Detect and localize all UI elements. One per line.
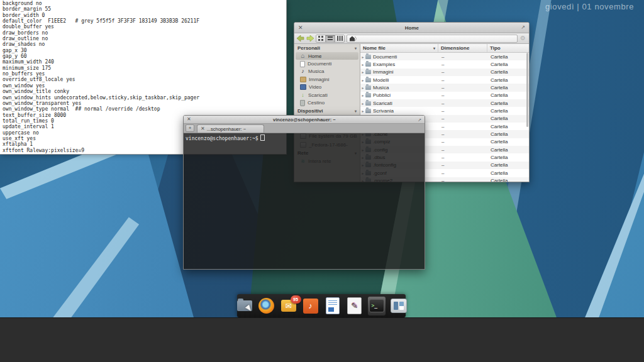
- sidebar-item[interactable]: Musica: [294, 68, 360, 75]
- close-icon[interactable]: ✕: [298, 25, 303, 31]
- file-name: Examples: [373, 62, 438, 67]
- file-size: –: [438, 170, 487, 176]
- gear-icon[interactable]: ⚙: [520, 35, 526, 41]
- sidebar-item[interactable]: Cestino: [294, 99, 360, 106]
- dock-item-writer[interactable]: [324, 297, 341, 315]
- expander-icon[interactable]: ▸: [360, 93, 365, 97]
- expander-icon[interactable]: ▸: [360, 55, 365, 59]
- close-icon[interactable]: ✕: [201, 126, 205, 131]
- file-type: Cartella: [487, 108, 529, 114]
- column-header-name[interactable]: Nome file ▾: [360, 44, 438, 52]
- sidebar-item-label: Home: [308, 53, 321, 59]
- terminal-titlebar[interactable]: ✕ vincenzo@schopenhauer: ~ ↗: [184, 116, 425, 124]
- dock-item-workspaces[interactable]: [390, 297, 408, 315]
- file-type: Cartella: [487, 155, 529, 160]
- file-type: Cartella: [487, 162, 529, 168]
- close-icon[interactable]: ✕: [187, 117, 191, 122]
- scrollbar[interactable]: [526, 53, 528, 127]
- table-row[interactable]: ▸ Immagini – Cartella: [360, 69, 529, 76]
- sidebar-section-personali[interactable]: Personali ▾: [294, 44, 360, 52]
- table-row[interactable]: ▸ Pubblici – Cartella: [360, 92, 529, 99]
- sidebar-item-label: Cestino: [308, 100, 325, 106]
- table-row[interactable]: ▸ Musica – Cartella: [360, 84, 529, 91]
- folder-icon: [365, 62, 371, 67]
- workspaces-icon: [391, 299, 407, 313]
- terminal-title: vincenzo@schopenhauer: ~: [191, 117, 418, 123]
- home-icon: [300, 53, 306, 59]
- sidebar-item[interactable]: Immagini: [294, 75, 360, 83]
- folder-icon: [365, 70, 371, 74]
- file-name: Modelli: [373, 77, 438, 83]
- terminal-content[interactable]: vincenzo@schopenhauer:~$: [184, 133, 425, 269]
- folder-icon: [365, 55, 371, 59]
- forward-button[interactable]: [306, 35, 314, 41]
- file-size: –: [438, 92, 487, 98]
- terminal-cursor: [260, 134, 265, 141]
- file-size: –: [438, 162, 487, 168]
- dock-item-file-manager[interactable]: [236, 297, 253, 315]
- table-row[interactable]: ▸ Examples – Cartella: [360, 60, 529, 68]
- new-tab-button[interactable]: +: [186, 124, 194, 132]
- file-type: Cartella: [487, 116, 529, 121]
- section-label: Personali: [297, 45, 320, 51]
- cursor-arrow-icon: [245, 305, 252, 313]
- dock-item-text-editor[interactable]: [346, 297, 364, 315]
- table-row[interactable]: ▸ Scrivania – Cartella: [360, 107, 529, 114]
- document-icon: [300, 61, 305, 67]
- trash-icon: [300, 100, 305, 106]
- sidebar-item[interactable]: Scaricati: [294, 91, 360, 99]
- file-size: –: [438, 131, 487, 137]
- column-header-type[interactable]: Tipo: [487, 44, 529, 52]
- file-size: –: [438, 155, 487, 160]
- expander-icon[interactable]: ▸: [360, 85, 365, 90]
- restore-icon[interactable]: ↗: [521, 25, 525, 30]
- back-button[interactable]: [297, 35, 304, 41]
- file-type: Cartella: [487, 147, 529, 153]
- grid-view-button[interactable]: [316, 35, 326, 42]
- table-row[interactable]: ▸ Documenti – Cartella: [360, 53, 529, 60]
- sidebar-item-label: Scaricati: [308, 92, 328, 98]
- table-row[interactable]: ▸ Modelli – Cartella: [360, 76, 529, 84]
- file-type: Cartella: [487, 77, 529, 83]
- file-size: –: [438, 101, 487, 106]
- sidebar-item[interactable]: Documenti: [294, 60, 360, 67]
- file-size: –: [438, 62, 487, 67]
- tab-terminal[interactable]: ✕ ...schopenhauer: ~: [197, 124, 264, 133]
- breadcrumb[interactable]: [347, 35, 518, 43]
- file-manager-titlebar[interactable]: ✕ Home ↗: [294, 23, 529, 33]
- column-header-size[interactable]: Dimensione: [438, 44, 487, 52]
- sidebar-item-label: Documenti: [308, 61, 331, 67]
- file-size: –: [438, 139, 487, 145]
- expander-icon[interactable]: ▸: [360, 70, 365, 74]
- sidebar-item-label: Immagini: [309, 77, 329, 82]
- list-view-button[interactable]: [326, 35, 335, 42]
- mail-icon: 95: [281, 300, 296, 312]
- file-manager-toolbar: ⚙: [294, 33, 529, 44]
- dock-item-firefox[interactable]: [258, 297, 275, 315]
- sidebar-section-dispositivi[interactable]: Dispositivi ▾: [294, 107, 360, 115]
- download-icon: [300, 92, 306, 98]
- expander-icon[interactable]: ▸: [360, 78, 365, 82]
- terminal-window[interactable]: ✕ vincenzo@schopenhauer: ~ ↗ + ✕ ...scho…: [183, 115, 425, 270]
- file-type: Cartella: [487, 85, 529, 90]
- expander-icon[interactable]: ▸: [360, 109, 365, 113]
- unread-count-badge: 95: [291, 295, 301, 304]
- dock: 95 ♪ >_: [237, 294, 406, 317]
- file-type: Cartella: [487, 124, 529, 129]
- sidebar-item[interactable]: Video: [294, 84, 360, 91]
- file-type: Cartella: [487, 170, 529, 176]
- expander-icon[interactable]: ▸: [360, 62, 365, 67]
- sidebar-item[interactable]: Home: [296, 52, 358, 60]
- table-row[interactable]: ▸ Scaricati – Cartella: [360, 99, 529, 107]
- dock-item-terminal[interactable]: >_: [368, 297, 386, 315]
- dock-item-music-player[interactable]: ♪: [302, 297, 319, 315]
- file-type: Cartella: [487, 69, 529, 75]
- expander-icon[interactable]: ▸: [360, 101, 365, 106]
- file-name: Immagini: [373, 69, 438, 75]
- file-manager-title: Home: [303, 25, 521, 31]
- file-name: Musica: [373, 85, 438, 90]
- dock-item-mail[interactable]: 95: [280, 297, 297, 315]
- restore-icon[interactable]: ↗: [418, 118, 421, 122]
- column-view-button[interactable]: [335, 35, 344, 42]
- terminal-tabbar: + ✕ ...schopenhauer: ~: [184, 124, 425, 133]
